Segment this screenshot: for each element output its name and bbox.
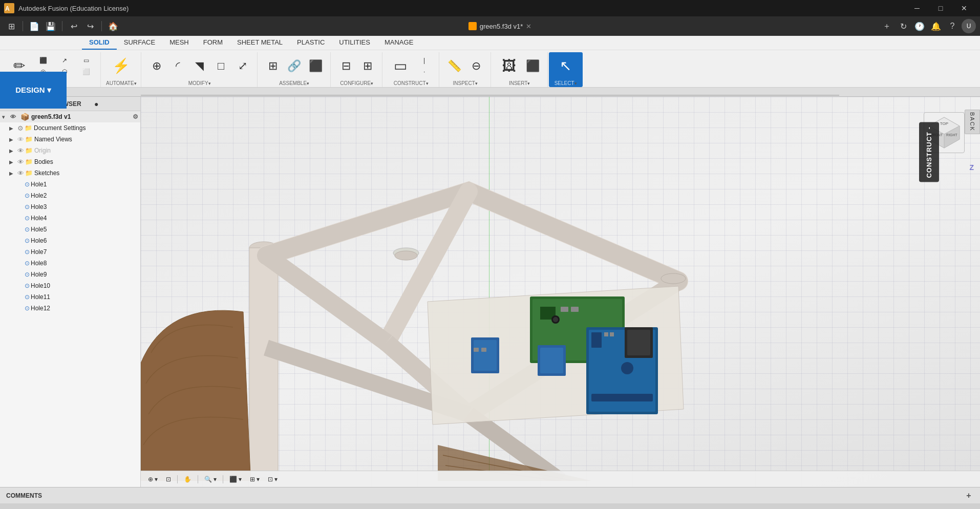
web-button[interactable]: ⬜: [76, 67, 96, 77]
root-visibility-icon[interactable]: 👁: [10, 114, 18, 120]
extrude-button[interactable]: ⬛: [33, 55, 53, 66]
tree-sketches[interactable]: ▶ 👁 📁 Sketches: [0, 167, 140, 179]
configure-group-label[interactable]: CONFIGURE ▾: [340, 79, 373, 86]
press-pull-button[interactable]: ⊕: [146, 58, 167, 74]
construct-axis-button[interactable]: |: [414, 55, 435, 66]
minimize-button[interactable]: ─: [905, 0, 929, 16]
new-component-button[interactable]: ⊞: [263, 58, 283, 74]
insert-group-label[interactable]: INSERT ▾: [509, 79, 530, 86]
automate-button[interactable]: ⚡: [108, 55, 134, 76]
point-snap-button[interactable]: ⊡: [163, 474, 174, 484]
apps-grid-button[interactable]: ⊞: [4, 19, 18, 33]
sweep-button[interactable]: ↗: [54, 55, 75, 66]
tree-hole-3[interactable]: ⊙ Hole3: [0, 201, 140, 213]
redo-button[interactable]: ↪: [83, 19, 97, 33]
automate-items: ⚡: [108, 53, 134, 78]
root-expand-arrow[interactable]: ▾: [2, 114, 9, 120]
history-button[interactable]: 🕐: [912, 19, 927, 33]
tree-origin[interactable]: ▶ 👁 📁 Origin: [0, 145, 140, 156]
tab-form[interactable]: FORM: [196, 36, 230, 50]
design-mode-button[interactable]: DESIGN ▾: [0, 72, 67, 109]
sketches-arrow[interactable]: ▶: [9, 171, 16, 176]
fillet-button[interactable]: ◜: [168, 58, 188, 74]
snap-button[interactable]: ⊕ ▾: [145, 474, 161, 484]
automate-label-text: AUTOMATE: [106, 80, 134, 86]
assemble-group-label[interactable]: ASSEMBLE ▾: [279, 79, 309, 86]
user-avatar[interactable]: U: [962, 19, 976, 33]
named-views-arrow[interactable]: ▶: [9, 137, 16, 142]
bodies-arrow[interactable]: ▶: [9, 159, 16, 165]
zoom-button[interactable]: 🔍 ▾: [201, 474, 220, 484]
construct-point-button[interactable]: ·: [414, 67, 435, 77]
origin-eye-icon[interactable]: 👁: [17, 147, 24, 155]
automate-group-label[interactable]: AUTOMATE ▾: [106, 79, 137, 86]
configure-btn1[interactable]: ⊟: [336, 58, 356, 74]
named-views-eye-icon[interactable]: 👁: [17, 136, 24, 143]
tab-plastic[interactable]: PLASTIC: [290, 36, 332, 50]
insert-image-button[interactable]: 🖼: [496, 55, 522, 76]
chamfer-button[interactable]: ◥: [189, 58, 210, 74]
origin-arrow[interactable]: ▶: [9, 148, 16, 154]
home-button[interactable]: 🏠: [106, 19, 120, 33]
undo-button[interactable]: ↩: [67, 19, 81, 33]
tree-hole-8[interactable]: ⊙ Hole8: [0, 258, 140, 269]
tab-surface[interactable]: SURFACE: [117, 36, 162, 50]
tree-hole-10[interactable]: ⊙ Hole10: [0, 280, 140, 291]
doc-settings-arrow[interactable]: ▶: [9, 125, 16, 131]
tab-mesh[interactable]: MESH: [162, 36, 196, 50]
modify-group-label[interactable]: MODIFY ▾: [188, 79, 211, 86]
browser-pin-button[interactable]: ●: [94, 100, 136, 108]
tab-utilities[interactable]: UTILITIES: [332, 36, 377, 50]
measure-button[interactable]: 📏: [444, 58, 465, 74]
sketches-eye-icon[interactable]: 👁: [17, 169, 24, 177]
browser-root-item[interactable]: ▾ 👁 📦 green5.f3d v1 ⚙: [0, 111, 140, 122]
construct-group-label[interactable]: CONSTRUCT ▾: [394, 79, 429, 86]
viewport[interactable]: TOP RIGHT FRONT BACK Z CONSTRUCT - ⊕ ▾ ⊡…: [141, 97, 980, 487]
tab-manage[interactable]: MANAGE: [377, 36, 420, 50]
view-settings-button[interactable]: ⊡ ▾: [265, 474, 281, 484]
add-button[interactable]: ＋: [880, 19, 894, 33]
tree-hole-11[interactable]: ⊙ Hole11: [0, 291, 140, 303]
shell-button[interactable]: □: [211, 58, 231, 74]
insert-decal-icon: ⬛: [526, 59, 540, 73]
orbit-button[interactable]: ✋: [181, 474, 195, 484]
section-analysis-button[interactable]: ⊖: [466, 58, 486, 74]
save-button[interactable]: 💾: [44, 19, 58, 33]
tree-hole-2[interactable]: ⊙ Hole2: [0, 190, 140, 201]
inspect-group-label[interactable]: INSPECT ▾: [453, 79, 477, 86]
construct-plane-button[interactable]: ▭: [388, 55, 413, 76]
root-settings-icon[interactable]: ⚙: [133, 113, 138, 120]
back-button[interactable]: BACK: [965, 110, 980, 134]
tree-named-views[interactable]: ▶ 👁 📁 Named Views: [0, 134, 140, 145]
close-button[interactable]: ✕: [952, 0, 976, 16]
insert-decal-button[interactable]: ⬛: [523, 58, 543, 74]
tree-hole-1[interactable]: ⊙ Hole1: [0, 179, 140, 190]
tree-hole-9[interactable]: ⊙ Hole9: [0, 269, 140, 280]
notifications-button[interactable]: 🔔: [929, 19, 943, 33]
configure-btn2[interactable]: ⊞: [357, 58, 378, 74]
tree-hole-4[interactable]: ⊙ Hole4: [0, 213, 140, 224]
comments-add-button[interactable]: +: [964, 491, 974, 501]
grid-settings-button[interactable]: ⊞ ▾: [247, 474, 263, 484]
tree-hole-6[interactable]: ⊙ Hole6: [0, 235, 140, 246]
joint-button[interactable]: 🔗: [284, 58, 305, 74]
tree-document-settings[interactable]: ▶ ⚙ 📁 Document Settings: [0, 122, 140, 134]
display-settings-button[interactable]: ⬛ ▾: [226, 474, 245, 484]
tree-hole-7[interactable]: ⊙ Hole7: [0, 246, 140, 258]
new-file-button[interactable]: 📄: [27, 19, 41, 33]
maximize-button[interactable]: □: [929, 0, 952, 16]
scale-button[interactable]: ⤢: [232, 58, 253, 74]
tree-hole-12[interactable]: ⊙ Hole12: [0, 303, 140, 314]
tab-solid[interactable]: SOLID: [82, 36, 117, 50]
help-button[interactable]: ?: [945, 19, 960, 33]
tree-hole-5[interactable]: ⊙ Hole5: [0, 224, 140, 235]
tree-bodies[interactable]: ▶ 👁 📁 Bodies: [0, 156, 140, 167]
select-button[interactable]: ↖: [553, 55, 579, 76]
bodies-eye-icon[interactable]: 👁: [17, 158, 24, 166]
tab-sheet-metal[interactable]: SHEET METAL: [230, 36, 290, 50]
close-doc-button[interactable]: ✕: [526, 23, 531, 30]
sync-button[interactable]: ↻: [896, 19, 910, 33]
rib-button[interactable]: ▭: [76, 55, 96, 66]
select-group-label[interactable]: SELECT ▾: [555, 79, 577, 86]
rigid-group-button[interactable]: ⬛: [306, 58, 326, 74]
